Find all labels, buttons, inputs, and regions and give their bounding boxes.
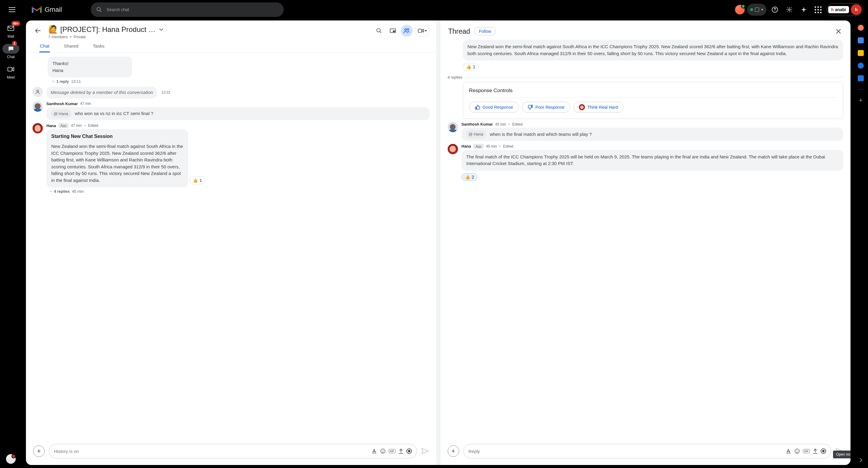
hubspot-icon [858,25,864,31]
huddle-button[interactable] [401,25,413,37]
addon-keep[interactable] [857,49,864,57]
right-addons-rail: + [854,19,868,468]
mail-icon [7,26,14,31]
record-icon [821,448,826,454]
svg-point-14 [382,450,382,451]
get-addons-button[interactable]: + [857,97,864,104]
format-button[interactable] [372,449,377,454]
dnd-status-icon [6,454,16,464]
reaction-chip[interactable]: 👍 1 [189,176,205,184]
tab-shared[interactable]: Shared [63,40,79,52]
sender-name: Hana [46,124,56,128]
left-nav-rail: 99+ Mail 1 Chat Meet [0,19,22,468]
pip-button[interactable] [387,25,399,37]
help-icon [772,6,778,13]
response-controls-title: Response Controls [469,88,837,98]
account-avatar: h [851,4,862,15]
record-button[interactable] [821,448,826,454]
mention-chip[interactable]: @ Hana [51,110,71,118]
format-button[interactable] [786,449,792,454]
chat-compose-box[interactable]: GIF [49,444,417,458]
nav-mail[interactable]: 99+ Mail [2,22,19,40]
message-time: 47 min [80,101,91,106]
svg-point-9 [405,29,406,30]
nav-meet[interactable]: Meet [2,63,19,81]
chat-badge: 1 [12,41,17,46]
emoji-button[interactable] [795,448,800,454]
settings-button[interactable] [783,4,795,16]
pip-icon [390,28,396,33]
search-bar[interactable]: Search chat [91,2,284,17]
addon-calendar[interactable] [857,37,864,44]
record-button[interactable] [406,448,412,454]
message-bubble: @ Hana who won sa vs nz in icc CT semi f… [46,107,430,121]
record-tooltip: Open recording menu [833,450,850,458]
poor-response-button[interactable]: Poor Response [522,102,570,113]
upload-button[interactable] [813,448,818,454]
gmail-logo[interactable]: Gmail [31,5,62,14]
emoji-icon [795,448,800,454]
chat-pane: 🙋 [PROJECT]: Hana Product D... 7 members… [26,21,436,465]
emoji-button[interactable] [380,448,385,454]
back-button[interactable] [32,25,44,37]
svg-point-15 [383,450,384,451]
search-icon [376,28,382,34]
chat-compose-input[interactable] [54,449,369,454]
tab-chat[interactable]: Chat [39,40,50,52]
addon-tasks[interactable] [857,62,864,69]
addon-contacts[interactable] [857,75,864,82]
calendar-icon [755,7,759,12]
reaction-chip[interactable]: 👍 1 [463,63,479,71]
follow-button[interactable]: Follow [474,27,495,36]
thread-summary[interactable]: 1 reply 13:11 [52,79,430,84]
thread-root-message: New Zealand won the semi-final match aga… [463,40,844,61]
video-call-dropdown[interactable] [414,25,430,36]
edited-label: Edited [512,122,523,127]
hubspot-presence-icon[interactable] [735,5,745,14]
close-thread-button[interactable] [832,25,844,37]
upload-button[interactable] [399,448,403,454]
addon-hubspot[interactable] [857,24,864,31]
org-badge: hanabi [828,6,849,13]
support-button[interactable] [769,4,781,16]
chevron-down-icon [159,28,163,31]
edited-label: Edited [88,124,98,128]
main-menu-button[interactable] [5,2,19,17]
reaction-chip[interactable]: 👍 2 [462,173,477,181]
record-icon [406,448,412,454]
mention-chip[interactable]: @ Hana [466,130,486,138]
santhosh-avatar [33,101,43,112]
room-title-dropdown[interactable] [159,28,163,31]
message-bubble: The final match of the ICC Champions Tro… [462,150,844,171]
svg-point-2 [775,10,775,11]
room-search-button[interactable] [373,25,385,37]
svg-point-16 [795,449,800,454]
side-panel-toggle[interactable] [857,457,864,464]
gif-button[interactable]: GIF [389,449,396,453]
thread-summary[interactable]: 4 replies 45 min [50,189,430,194]
gemini-button[interactable] [798,4,810,16]
compose-add-button[interactable]: + [448,445,459,457]
emoji-icon [380,448,385,454]
deleted-message: Message deleted by a member of this conv… [46,87,157,98]
status-bubble[interactable] [6,454,16,464]
sender-name: Santhosh Kumar [46,101,78,106]
send-button[interactable] [421,448,429,455]
chevron-right-icon [859,458,863,462]
nav-chat[interactable]: 1 Chat [2,42,19,61]
gear-icon [786,6,793,13]
gif-button[interactable]: GIF [803,449,810,453]
room-header: 🙋 [PROJECT]: Hana Product D... 7 members… [26,21,436,39]
account-switcher[interactable]: hanabi h [827,3,863,16]
svg-point-3 [788,9,790,10]
thread-compose-input[interactable] [468,449,783,454]
plus-icon: + [859,96,863,104]
compose-add-button[interactable]: + [33,445,44,457]
chevron-down-icon [761,9,764,10]
good-response-button[interactable]: Good Response [469,102,519,113]
think-real-hard-button[interactable]: Think Real Hard [573,102,623,113]
google-apps-button[interactable] [812,4,824,16]
status-dropdown[interactable] [747,4,766,16]
tab-tasks[interactable]: Tasks [92,40,105,52]
thread-compose-box[interactable]: GIF [463,444,832,458]
